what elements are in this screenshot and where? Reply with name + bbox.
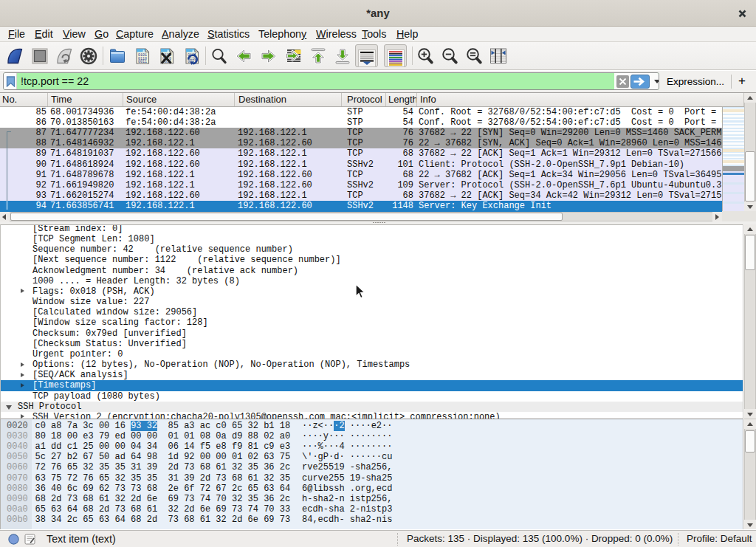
svg-text:0011: 0011 xyxy=(138,60,147,64)
